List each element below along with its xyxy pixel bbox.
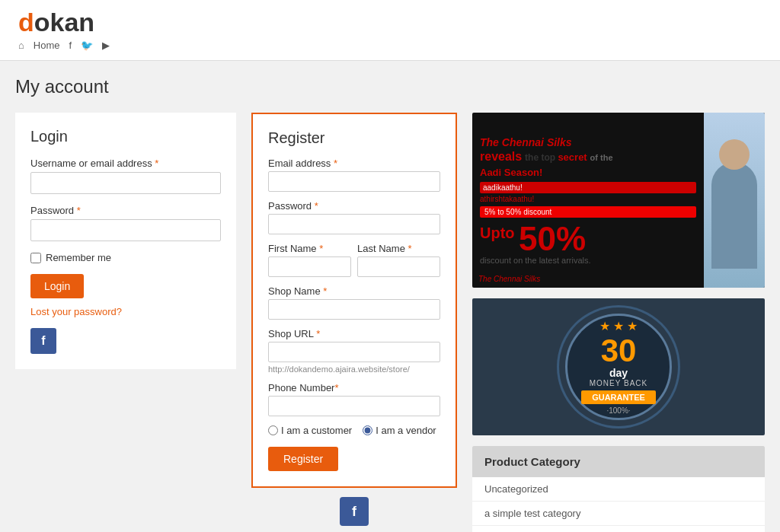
ad-subhead1: aadikaathu! bbox=[480, 182, 696, 193]
ad-big-num: Upto 50% bbox=[480, 222, 696, 256]
category-list: Uncategorized a simple test category Clo… bbox=[472, 477, 765, 532]
home-icon: ⌂ bbox=[18, 40, 24, 51]
facebook-register-button[interactable]: f bbox=[340, 497, 369, 526]
phone-group: Phone Number* bbox=[268, 382, 440, 416]
username-input[interactable] bbox=[30, 172, 221, 194]
nav-bar: ⌂ Home f 🐦 ▶ bbox=[18, 40, 762, 51]
category-header: Product Category bbox=[472, 446, 765, 477]
username-label: Username or email address * bbox=[30, 158, 221, 169]
product-category-widget: Product Category Uncategorized a simple … bbox=[472, 446, 765, 532]
reg-password-label: Password * bbox=[268, 200, 440, 212]
register-section: Register Email address * Password * bbox=[251, 113, 457, 488]
ad-offer-box: 5% to 50% discount bbox=[480, 206, 696, 218]
ad-brand-bottom: The Chennai Silks bbox=[478, 275, 540, 283]
youtube-nav-icon[interactable]: ▶ bbox=[102, 40, 110, 51]
remember-checkbox[interactable] bbox=[30, 253, 41, 263]
list-item[interactable]: a simple test category bbox=[472, 502, 765, 526]
days-number: 30 bbox=[601, 335, 637, 367]
main-wrapper: My account Login Username or email addre… bbox=[0, 61, 780, 532]
ad-headline: The Chennai Silks reveals the top secret… bbox=[480, 135, 696, 180]
ad-subhead2: athirshtakaathu! bbox=[480, 195, 696, 203]
last-name-input[interactable] bbox=[357, 256, 440, 277]
shop-url-input[interactable] bbox=[268, 342, 440, 362]
remember-row: Remember me bbox=[30, 252, 221, 263]
customer-option[interactable]: I am a customer bbox=[268, 425, 352, 436]
first-name-group: First Name * bbox=[268, 243, 351, 277]
shop-name-group: Shop Name * bbox=[268, 285, 440, 320]
remember-label: Remember me bbox=[46, 252, 111, 263]
vendor-label: I am a vendor bbox=[376, 425, 436, 436]
email-group: Email address * bbox=[268, 158, 440, 192]
content-row: Login Username or email address * Passwo… bbox=[15, 113, 765, 532]
logo-d: d bbox=[18, 8, 34, 37]
badge-circle: ★ ★ ★ 30 day MONEY BACK GUARANTEE ·100%· bbox=[565, 314, 672, 420]
shop-url-group: Shop URL * http://dokandemo.ajaira.websi… bbox=[268, 328, 440, 374]
home-link[interactable]: Home bbox=[34, 40, 60, 51]
logo-rest: okan bbox=[34, 8, 94, 37]
first-name-input[interactable] bbox=[268, 256, 351, 277]
page-title: My account bbox=[15, 76, 765, 97]
logo[interactable]: dokan bbox=[18, 9, 762, 35]
password-group: Password * bbox=[30, 205, 221, 241]
password-required: * bbox=[77, 205, 81, 216]
email-label: Email address * bbox=[268, 158, 440, 169]
ad-discount-text: discount on the latest arrivals. bbox=[480, 256, 696, 265]
register-title: Register bbox=[268, 129, 440, 147]
reg-password-group: Password * bbox=[268, 200, 440, 234]
list-item[interactable]: Uncategorized bbox=[472, 477, 765, 502]
lost-password-link[interactable]: Lost your password? bbox=[30, 306, 221, 317]
facebook-nav-icon[interactable]: f bbox=[69, 40, 72, 51]
reg-password-input[interactable] bbox=[268, 214, 440, 234]
ad-banner: The Chennai Silks reveals the top secret… bbox=[472, 113, 765, 288]
sidebar-column: The Chennai Silks reveals the top secret… bbox=[472, 113, 765, 532]
username-group: Username or email address * bbox=[30, 158, 221, 194]
register-button[interactable]: Register bbox=[268, 447, 338, 471]
login-column: Login Username or email address * Passwo… bbox=[15, 113, 236, 369]
password-label: Password * bbox=[30, 205, 221, 216]
badge-container: ★ ★ ★ 30 day MONEY BACK GUARANTEE ·100%· bbox=[565, 314, 672, 420]
login-title: Login bbox=[30, 128, 221, 145]
facebook-login-button[interactable]: f bbox=[30, 328, 56, 354]
shop-name-label: Shop Name * bbox=[268, 285, 440, 297]
last-name-label: Last Name * bbox=[357, 243, 440, 254]
customer-label: I am a customer bbox=[281, 425, 352, 436]
twitter-nav-icon[interactable]: 🐦 bbox=[81, 40, 93, 51]
header: dokan ⌂ Home f 🐦 ▶ bbox=[0, 0, 780, 61]
vendor-radio[interactable] bbox=[363, 425, 372, 435]
first-name-label: First Name * bbox=[268, 243, 351, 254]
customer-radio[interactable] bbox=[268, 425, 278, 435]
guarantee-banner: GUARANTEE bbox=[581, 390, 656, 404]
phone-label: Phone Number* bbox=[268, 382, 440, 393]
ad-text-block: The Chennai Silks reveals the top secret… bbox=[472, 113, 704, 288]
stars-top: ★ ★ ★ bbox=[599, 319, 638, 333]
email-input[interactable] bbox=[268, 171, 440, 192]
shop-url-label: Shop URL * bbox=[268, 328, 440, 339]
username-required: * bbox=[155, 158, 158, 169]
shop-url-hint: http://dokandemo.ajaira.website/store/ bbox=[268, 365, 440, 374]
ad-figure bbox=[704, 113, 765, 288]
password-input[interactable] bbox=[30, 219, 221, 241]
money-back-text: MONEY BACK bbox=[590, 379, 648, 387]
name-row: First Name * Last Name * bbox=[268, 243, 440, 277]
login-button[interactable]: Login bbox=[30, 274, 84, 298]
day-word: day bbox=[609, 367, 628, 379]
money-back-widget: ★ ★ ★ 30 day MONEY BACK GUARANTEE ·100%· bbox=[472, 298, 765, 435]
role-selection-row: I am a customer I am a vendor bbox=[268, 425, 440, 436]
phone-input[interactable] bbox=[268, 396, 440, 416]
vendor-option[interactable]: I am a vendor bbox=[363, 425, 436, 436]
shop-name-input[interactable] bbox=[268, 299, 440, 320]
register-column: Register Email address * Password * bbox=[251, 113, 457, 526]
list-item[interactable]: Clothing › bbox=[472, 526, 765, 532]
last-name-group: Last Name * bbox=[357, 243, 440, 277]
hundred-percent: ·100%· bbox=[606, 406, 630, 415]
